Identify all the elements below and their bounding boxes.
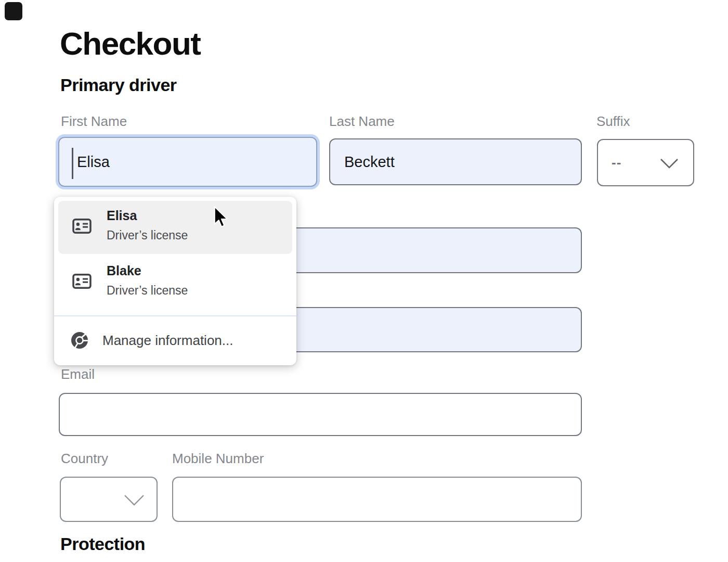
manage-information-item[interactable]: Manage information...	[54, 316, 296, 365]
first-name-field-wrap	[58, 137, 317, 187]
corner-mark	[5, 2, 22, 20]
page-title: Checkout	[60, 25, 200, 62]
first-name-input[interactable]	[58, 137, 317, 187]
last-name-label: Last Name	[329, 113, 395, 129]
suggestion-subtitle: Driver’s license	[107, 283, 188, 298]
chevron-down-icon	[660, 158, 679, 169]
id-card-icon	[72, 274, 92, 289]
suffix-select[interactable]: --	[597, 139, 694, 186]
suggestion-subtitle: Driver’s license	[107, 227, 188, 243]
chrome-icon	[71, 331, 88, 349]
email-label: Email	[61, 366, 95, 382]
manage-information-label: Manage information...	[102, 333, 233, 348]
first-name-label: First Name	[61, 113, 127, 129]
suffix-label: Suffix	[596, 113, 630, 129]
suffix-value: --	[612, 155, 621, 171]
id-card-icon	[72, 219, 92, 234]
autofill-suggestion-elisa[interactable]: Elisa Driver’s license	[58, 201, 292, 254]
mouse-cursor	[213, 206, 229, 228]
section-primary-driver: Primary driver	[60, 75, 177, 95]
autofill-suggestion-blake[interactable]: Blake Driver’s license	[58, 256, 292, 309]
mobile-number-label: Mobile Number	[172, 451, 264, 466]
country-select[interactable]	[60, 477, 158, 522]
email-field[interactable]	[59, 393, 582, 436]
text-caret	[72, 148, 73, 179]
suggestion-title: Blake	[107, 263, 141, 278]
country-label: Country	[61, 451, 108, 466]
checkout-page: Checkout Primary driver Protection First…	[0, 0, 728, 562]
section-protection: Protection	[60, 534, 145, 554]
last-name-input[interactable]	[329, 138, 582, 185]
suggestion-title: Elisa	[107, 208, 137, 223]
autofill-popup: Elisa Driver’s license Blake Driver’s li…	[54, 197, 296, 365]
chevron-down-icon	[124, 494, 145, 506]
mobile-number-field[interactable]	[172, 477, 582, 522]
